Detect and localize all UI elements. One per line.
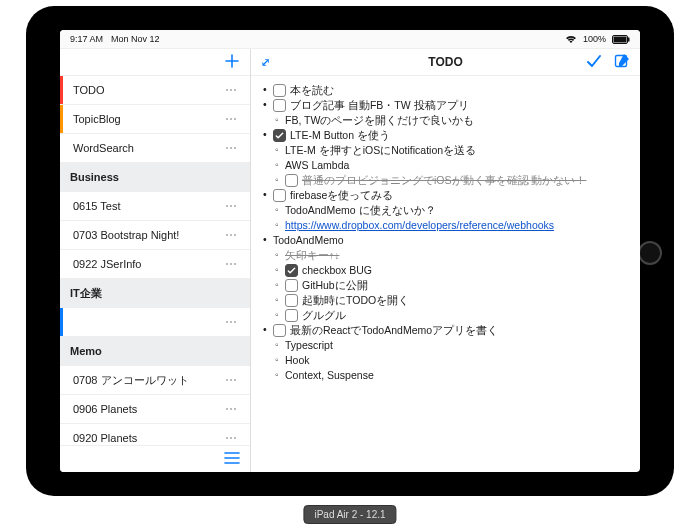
todo-item: GitHubに公開: [273, 278, 634, 292]
todo-text: FB, TWのページを開くだけで良いかも: [285, 113, 634, 127]
todo-text: TodoAndMemo に使えないか？: [285, 203, 634, 217]
color-bar: [60, 366, 63, 394]
sidebar-footer: [60, 445, 250, 472]
todo-text: LTE-M Button を使う: [290, 128, 634, 142]
item-more-button[interactable]: ⋯: [221, 257, 242, 271]
todo-text: 矢印キー↑↓: [285, 248, 634, 262]
sidebar-item[interactable]: 0708 アンコールワット⋯: [60, 366, 250, 395]
todo-text: 最新のReactでTodoAndMemoアプリを書く: [290, 323, 634, 337]
checkmark-button[interactable]: [586, 53, 602, 72]
checkbox[interactable]: [285, 309, 298, 322]
status-bar: 9:17 AM Mon Nov 12 100%: [60, 30, 640, 49]
color-bar: [60, 395, 63, 423]
checkbox[interactable]: [285, 174, 298, 187]
checkbox[interactable]: [273, 189, 286, 202]
todo-list: 本を読むブログ記事 自動FB・TW 投稿アプリFB, TWのページを開くだけで良…: [261, 83, 634, 382]
sidebar-item[interactable]: WordSearch⋯: [60, 134, 250, 163]
item-more-button[interactable]: ⋯: [221, 199, 242, 213]
todo-text: GitHubに公開: [302, 278, 634, 292]
todo-text: TodoAndMemo: [273, 233, 634, 247]
todo-item: LTE-M Button を使うLTE-M を押すとiOSにNotificati…: [261, 128, 634, 187]
todo-text: 普通のプロビジョニングでiOSが動く事を確認 動かない！: [302, 173, 634, 187]
todo-item: グルグル: [273, 308, 634, 322]
todo-item: firebaseを使ってみるTodoAndMemo に使えないか？https:/…: [261, 188, 634, 232]
todo-item: 普通のプロビジョニングでiOSが動く事を確認 動かない！: [273, 173, 634, 187]
todo-item: 最新のReactでTodoAndMemoアプリを書くTypescriptHook…: [261, 323, 634, 382]
todo-item: https://www.dropbox.com/developers/refer…: [273, 218, 634, 232]
sidebar-section: Business: [60, 163, 250, 192]
color-bar: [60, 221, 63, 249]
sidebar-item[interactable]: 0906 Planets⋯: [60, 395, 250, 424]
sidebar-item-label: Memo: [70, 345, 242, 357]
todo-item: AWS Lambda: [273, 158, 634, 172]
color-bar: [60, 308, 63, 336]
sidebar-item-label: 0906 Planets: [73, 403, 221, 415]
status-time: 9:17 AM: [70, 34, 103, 44]
compose-button[interactable]: [614, 53, 630, 72]
sidebar-section: IT企業: [60, 279, 250, 308]
menu-button[interactable]: [224, 452, 240, 467]
home-button[interactable]: [638, 241, 662, 265]
item-more-button[interactable]: ⋯: [221, 112, 242, 126]
todo-text: checkbox BUG: [302, 263, 634, 277]
todo-item: Context, Suspense: [273, 368, 634, 382]
checkbox[interactable]: [285, 279, 298, 292]
todo-item: FB, TWのページを開くだけで良いかも: [273, 113, 634, 127]
sidebar-item[interactable]: 0703 Bootstrap Night!⋯: [60, 221, 250, 250]
checkbox[interactable]: [273, 129, 286, 142]
app: TODO⋯TopicBlog⋯WordSearch⋯Business0615 T…: [60, 49, 640, 472]
sidebar-item[interactable]: 0920 Planets⋯: [60, 424, 250, 445]
todo-text: LTE-M を押すとiOSにNotificationを送る: [285, 143, 634, 157]
battery-pct: 100%: [583, 34, 606, 44]
wifi-icon: [565, 35, 577, 44]
checkbox[interactable]: [273, 84, 286, 97]
todo-item: LTE-M を押すとiOSにNotificationを送る: [273, 143, 634, 157]
checkbox[interactable]: [273, 324, 286, 337]
sidebar-item[interactable]: TopicBlog⋯: [60, 105, 250, 134]
color-bar: [60, 424, 63, 445]
sidebar-item-label: Business: [70, 171, 242, 183]
device-label: iPad Air 2 - 12.1: [303, 505, 396, 524]
add-button[interactable]: [224, 53, 240, 72]
checkbox[interactable]: [273, 99, 286, 112]
sidebar-item-label: 0703 Bootstrap Night!: [73, 229, 221, 241]
sidebar-item-label: TopicBlog: [73, 113, 221, 125]
checkbox[interactable]: [285, 264, 298, 277]
todo-text: https://www.dropbox.com/developers/refer…: [285, 218, 634, 232]
todo-item: 本を読む: [261, 83, 634, 97]
color-bar: [60, 250, 63, 278]
todo-text: 起動時にTODOを開く: [302, 293, 634, 307]
todo-text: 本を読む: [290, 83, 634, 97]
expand-button[interactable]: ⤢: [261, 56, 270, 69]
item-more-button[interactable]: ⋯: [221, 141, 242, 155]
sidebar-item[interactable]: ⋯: [60, 308, 250, 337]
sidebar-toolbar: [60, 49, 250, 76]
content-pane: ⤢ TODO 本を読むブログ記事 自動FB・TW 投稿アプリFB, TWのページ…: [251, 49, 640, 472]
tablet-frame: 9:17 AM Mon Nov 12 100% TODO⋯TopicBlog⋯W…: [26, 6, 674, 496]
item-more-button[interactable]: ⋯: [221, 228, 242, 242]
sidebar-item-label: 0708 アンコールワット: [73, 373, 221, 388]
sidebar-item-label: WordSearch: [73, 142, 221, 154]
item-more-button[interactable]: ⋯: [221, 83, 242, 97]
todo-item: ブログ記事 自動FB・TW 投稿アプリFB, TWのページを開くだけで良いかも: [261, 98, 634, 127]
item-more-button[interactable]: ⋯: [221, 373, 242, 387]
todo-item: TodoAndMemo に使えないか？: [273, 203, 634, 217]
status-date: Mon Nov 12: [111, 34, 160, 44]
link[interactable]: https://www.dropbox.com/developers/refer…: [285, 219, 554, 231]
todo-item: 起動時にTODOを開く: [273, 293, 634, 307]
sidebar-item[interactable]: TODO⋯: [60, 76, 250, 105]
sidebar-item[interactable]: 0922 JSerInfo⋯: [60, 250, 250, 279]
checkbox[interactable]: [285, 294, 298, 307]
item-more-button[interactable]: ⋯: [221, 315, 242, 329]
sidebar-item[interactable]: 0615 Test⋯: [60, 192, 250, 221]
item-more-button[interactable]: ⋯: [221, 402, 242, 416]
item-more-button[interactable]: ⋯: [221, 431, 242, 445]
sidebar-item-label: IT企業: [70, 286, 242, 301]
sidebar: TODO⋯TopicBlog⋯WordSearch⋯Business0615 T…: [60, 49, 251, 472]
todo-item: 矢印キー↑↓: [273, 248, 634, 262]
color-bar: [60, 134, 63, 162]
svg-rect-2: [628, 37, 630, 41]
sidebar-item-label: TODO: [73, 84, 221, 96]
color-bar: [60, 76, 63, 104]
todo-text: グルグル: [302, 308, 634, 322]
